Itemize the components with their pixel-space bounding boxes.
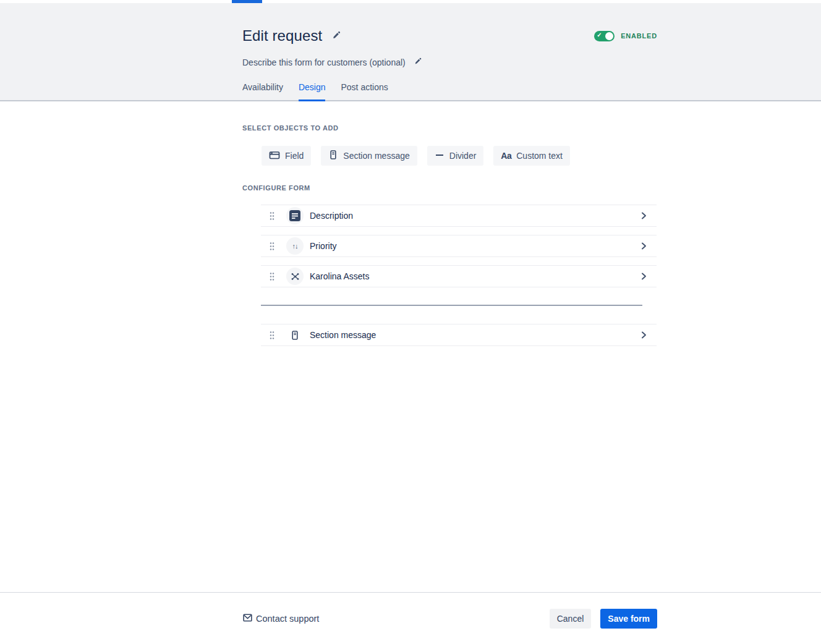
chevron-right-icon bbox=[639, 331, 648, 339]
form-item-description[interactable]: Description bbox=[261, 205, 657, 227]
cancel-button[interactable]: Cancel bbox=[550, 609, 592, 629]
footer-bar: Contact support Cancel Save form bbox=[0, 592, 821, 644]
drag-handle-icon[interactable] bbox=[268, 329, 276, 341]
form-header: Edit request ✓ ENABLED Describe this for… bbox=[0, 3, 821, 101]
custom-text-icon: Aa bbox=[501, 151, 511, 161]
add-custom-text-button[interactable]: Aa Custom text bbox=[493, 146, 570, 166]
edit-title-button[interactable] bbox=[330, 29, 342, 43]
form-item-label: Section message bbox=[310, 330, 639, 340]
edit-description-button[interactable] bbox=[412, 56, 423, 69]
form-item-section-message[interactable]: Section message bbox=[261, 324, 657, 346]
enabled-label: ENABLED bbox=[621, 32, 657, 40]
tab-post-actions[interactable]: Post actions bbox=[341, 82, 388, 101]
check-icon: ✓ bbox=[597, 32, 602, 38]
enabled-toggle-group: ✓ ENABLED bbox=[594, 31, 657, 41]
priority-icon: ↑↓ bbox=[286, 237, 304, 255]
form-tabs: Availability Design Post actions bbox=[242, 82, 388, 101]
field-icon bbox=[269, 150, 280, 162]
configure-form-heading: CONFIGURE FORM bbox=[242, 184, 657, 192]
design-panel: SELECT OBJECTS TO ADD Field Section mess… bbox=[0, 101, 821, 592]
enabled-toggle[interactable]: ✓ bbox=[594, 31, 615, 41]
toggle-knob bbox=[605, 32, 613, 40]
footer-actions: Cancel Save form bbox=[550, 609, 657, 629]
drag-handle-icon[interactable] bbox=[268, 210, 276, 222]
add-field-button[interactable]: Field bbox=[262, 146, 311, 166]
object-buttons-row: Field Section message Divider Aa Custom … bbox=[262, 146, 657, 166]
chevron-right-icon bbox=[639, 211, 648, 220]
tab-design[interactable]: Design bbox=[299, 82, 326, 101]
select-objects-heading: SELECT OBJECTS TO ADD bbox=[242, 124, 657, 132]
form-item-priority[interactable]: ↑↓ Priority bbox=[261, 235, 657, 257]
add-divider-button[interactable]: Divider bbox=[427, 146, 484, 166]
section-message-icon bbox=[328, 150, 338, 162]
form-description-placeholder[interactable]: Describe this form for customers (option… bbox=[242, 57, 406, 67]
save-form-button[interactable]: Save form bbox=[600, 609, 657, 629]
assets-icon bbox=[286, 268, 304, 285]
chevron-right-icon bbox=[639, 272, 648, 281]
section-message-icon bbox=[286, 326, 304, 344]
add-section-message-button[interactable]: Section message bbox=[321, 146, 417, 166]
tab-availability[interactable]: Availability bbox=[242, 82, 283, 101]
chevron-right-icon bbox=[639, 242, 648, 250]
pencil-icon bbox=[414, 57, 422, 67]
form-item-label: Priority bbox=[310, 241, 639, 251]
envelope-icon bbox=[242, 612, 253, 625]
divider-line bbox=[261, 305, 642, 306]
form-items-list: Description ↑↓ Priority bbox=[261, 205, 657, 346]
form-item-karolina-assets[interactable]: Karolina Assets bbox=[261, 265, 657, 287]
pencil-icon bbox=[331, 30, 341, 42]
page-title: Edit request bbox=[242, 27, 322, 45]
drag-handle-icon[interactable] bbox=[268, 240, 276, 252]
contact-support-link[interactable]: Contact support bbox=[242, 612, 319, 625]
description-icon bbox=[286, 207, 304, 224]
drag-handle-icon[interactable] bbox=[268, 271, 276, 282]
form-item-label: Description bbox=[310, 211, 639, 221]
divider-icon bbox=[435, 150, 445, 162]
form-item-divider[interactable] bbox=[261, 305, 642, 306]
form-item-label: Karolina Assets bbox=[310, 271, 639, 281]
